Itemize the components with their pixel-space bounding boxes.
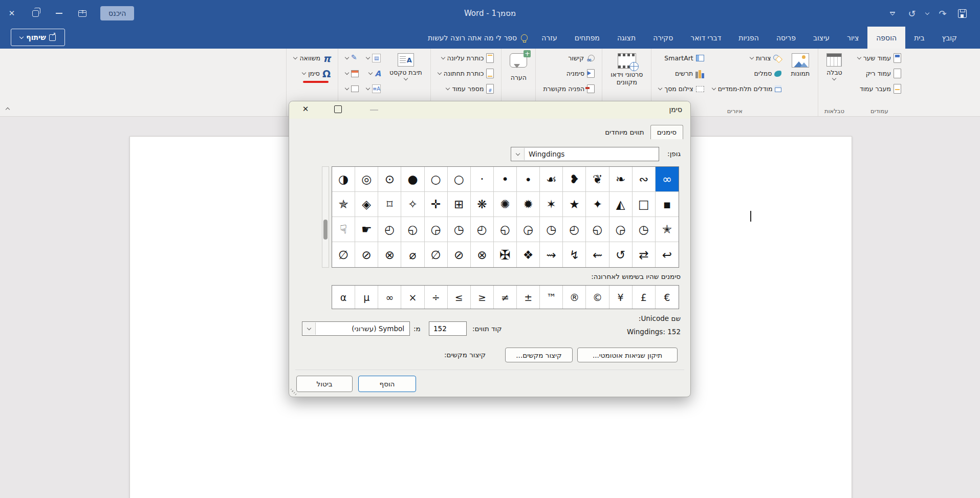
ribbon-tab-3[interactable]: ציור [838, 27, 867, 49]
signature-line-button[interactable] [343, 51, 361, 65]
symbol-cell[interactable]: ◷ [540, 217, 563, 242]
dialog-close-icon[interactable]: ✕ [299, 104, 312, 116]
symbol-grid-scrollbar[interactable] [322, 166, 329, 268]
symbol-cell[interactable]: ◶ [609, 217, 633, 242]
table-button[interactable]: טבלה [823, 51, 845, 82]
recent-symbol-cell[interactable]: ± [517, 286, 540, 309]
chart-button[interactable]: תרשים [657, 67, 706, 80]
online-videos-button[interactable]: סרטוני וידאו מקוונים [607, 51, 646, 88]
ribbon-tab-6[interactable]: הפניות [730, 27, 768, 49]
save-icon[interactable] [953, 3, 971, 24]
text-box-button[interactable]: A תיבת טקסט [386, 51, 425, 82]
symbol-cell[interactable]: ❦ [586, 167, 609, 192]
symbol-cell[interactable]: ↯ [563, 242, 586, 267]
symbol-cell[interactable]: ☟ [332, 217, 355, 242]
pictures-button[interactable]: תמונות [788, 51, 813, 79]
drop-cap-button[interactable]: A≡ [364, 82, 383, 96]
undo-icon[interactable]: ↺ [903, 3, 921, 24]
symbol-cell[interactable]: ◑ [332, 167, 355, 192]
symbol-cell[interactable]: ◶ [425, 217, 448, 242]
minimize-window-icon[interactable] [47, 0, 71, 27]
symbol-cell[interactable]: ✯ [332, 192, 355, 217]
symbol-cell[interactable]: ⇜ [586, 242, 609, 267]
symbol-cell[interactable]: ✭ [656, 217, 679, 242]
symbol-cell[interactable]: ○ [448, 167, 471, 192]
font-dropdown[interactable]: Wingdings [511, 147, 659, 161]
sign-in-button[interactable]: היכנס [100, 6, 134, 20]
symbol-cell[interactable]: ⊘ [448, 242, 471, 267]
symbol-cell[interactable]: ↩ [656, 242, 679, 267]
ribbon-tab-7[interactable]: דברי דואר [682, 27, 730, 49]
autocorrect-button[interactable]: תיקון שגיאות אוטומטי... [577, 348, 678, 362]
insert-button[interactable]: הוסף [358, 376, 416, 392]
symbol-cell[interactable]: ◷ [633, 217, 656, 242]
symbol-cell[interactable]: ◵ [494, 217, 517, 242]
symbol-cell[interactable]: ∞ [656, 167, 679, 192]
ribbon-tab-11[interactable]: עזרה [533, 27, 566, 49]
symbol-cell[interactable]: ○ [425, 167, 448, 192]
tell-me-box[interactable]: ספר לי מה אתה רוצה לעשות [423, 27, 533, 49]
recent-symbol-cell[interactable]: α [332, 286, 355, 309]
symbol-cell[interactable]: ☛ [355, 217, 378, 242]
symbol-cell[interactable]: ❋ [471, 192, 494, 217]
symbol-cell[interactable]: ✦ [586, 192, 609, 217]
bookmark-button[interactable]: סימניה [541, 67, 597, 80]
recent-symbol-cell[interactable]: ∞ [378, 286, 401, 309]
symbol-cell[interactable]: ∅ [425, 242, 448, 267]
equation-button[interactable]: π משוואה [292, 51, 333, 65]
symbol-cell[interactable]: ◈ [355, 192, 378, 217]
recent-symbol-cell[interactable]: ™ [540, 286, 563, 309]
from-dropdown[interactable]: Symbol (עשרוני) [302, 321, 410, 336]
symbol-cell[interactable]: ☙ [540, 167, 563, 192]
screenshot-button[interactable]: צילום מסך [657, 82, 706, 96]
recent-symbol-cell[interactable]: ≥ [471, 286, 494, 309]
recent-symbol-cell[interactable]: © [586, 286, 609, 309]
symbol-cell[interactable]: ⌀ [401, 242, 424, 267]
symbol-cell[interactable]: ● [401, 167, 424, 192]
shapes-button[interactable]: צורות [710, 51, 784, 65]
shortcut-key-button[interactable]: קיצור מקשים... [505, 348, 573, 362]
header-button[interactable]: כותרת עליונה [436, 51, 496, 65]
symbol-cell[interactable]: ⊞ [448, 192, 471, 217]
symbol-cell[interactable]: ❥ [563, 167, 586, 192]
ribbon-display-options-icon[interactable] [71, 0, 94, 27]
recent-symbol-cell[interactable]: £ [633, 286, 656, 309]
symbol-cell[interactable]: ⇝ [540, 242, 563, 267]
symbol-button[interactable]: Ω סימן [292, 67, 333, 80]
wordart-button[interactable]: A [364, 67, 383, 80]
recent-symbol-cell[interactable]: ≤ [448, 286, 471, 309]
scrollbar-thumb[interactable] [323, 220, 328, 240]
symbol-cell[interactable]: ✺ [494, 192, 517, 217]
symbol-cell[interactable]: ◴ [563, 217, 586, 242]
symbol-cell[interactable]: ❖ [517, 242, 540, 267]
symbol-cell[interactable]: ⊘ [355, 242, 378, 267]
smartart-button[interactable]: SmartArt [657, 51, 706, 65]
blank-page-button[interactable]: עמוד ריק [856, 67, 903, 80]
ribbon-tab-8[interactable]: סקירה [644, 27, 682, 49]
symbol-cell[interactable]: ◶ [517, 217, 540, 242]
recent-symbol-cell[interactable]: µ [355, 286, 378, 309]
recent-symbol-cell[interactable]: € [656, 286, 679, 309]
ribbon-tab-10[interactable]: מפתחים [566, 27, 608, 49]
symbol-cell[interactable]: ▪ [656, 192, 679, 217]
symbol-cell[interactable]: · [471, 167, 494, 192]
recent-symbol-cell[interactable]: × [401, 286, 424, 309]
symbol-cell[interactable]: ∙ [517, 167, 540, 192]
tab-special-characters[interactable]: תווים מיוחדים [599, 125, 650, 139]
character-code-input[interactable] [429, 321, 467, 336]
symbol-cell[interactable]: ⊗ [471, 242, 494, 267]
symbol-cell[interactable]: ◴ [471, 217, 494, 242]
symbol-cell[interactable]: ✠ [494, 242, 517, 267]
close-window-icon[interactable]: ✕ [0, 0, 24, 27]
recent-symbol-cell[interactable]: ¥ [609, 286, 633, 309]
symbol-cell[interactable]: • [494, 167, 517, 192]
page-number-button[interactable]: # מספר עמוד [436, 82, 496, 96]
cover-page-button[interactable]: עמוד שער [856, 51, 903, 65]
icons-button[interactable]: סמלים [710, 67, 784, 80]
ribbon-tab-9[interactable]: תצוגה [608, 27, 644, 49]
ribbon-tab-0[interactable]: קובץ [933, 27, 966, 49]
symbol-cell[interactable]: ⊗ [378, 242, 401, 267]
ribbon-tab-1[interactable]: בית [905, 27, 933, 49]
symbol-cell[interactable]: ◵ [401, 217, 424, 242]
symbol-cell[interactable]: ✛ [425, 192, 448, 217]
